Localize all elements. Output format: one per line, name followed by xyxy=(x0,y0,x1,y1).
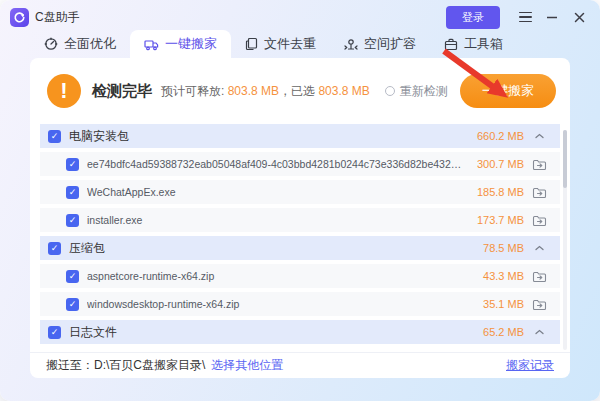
footer-bar: 搬迁至： D:\百贝C盘搬家目录\ 选择其他位置 搬家记录 xyxy=(30,352,570,378)
scrollbar-track[interactable] xyxy=(563,130,567,350)
scan-summary: ! 检测完毕 预计可释放: 803.8 MB，已选 803.8 MB 重新检测 … xyxy=(30,58,570,124)
minimize-icon[interactable] xyxy=(545,10,559,24)
choose-other-location-link[interactable]: 选择其他位置 xyxy=(211,357,283,374)
checkbox-checked[interactable]: ✓ xyxy=(66,186,79,199)
checkbox-checked[interactable]: ✓ xyxy=(66,214,79,227)
scrollbar-thumb[interactable] xyxy=(563,130,567,188)
tab-空间扩容[interactable]: 空间扩容 xyxy=(330,30,430,58)
move-folder-icon[interactable] xyxy=(524,214,554,227)
truck-icon xyxy=(144,38,159,51)
checkbox-checked[interactable]: ✓ xyxy=(66,270,79,283)
move-to-label: 搬迁至： xyxy=(46,357,94,374)
close-icon[interactable] xyxy=(572,10,586,24)
move-folder-icon[interactable] xyxy=(524,270,554,283)
gauge-icon xyxy=(44,37,58,51)
checkbox-checked[interactable]: ✓ xyxy=(48,130,61,143)
group-row[interactable]: ✓日志文件65.2 MB xyxy=(40,320,560,344)
group-row[interactable]: ✓电脑安装包660.2 MB xyxy=(40,124,560,148)
file-name: WeChatAppEx.exe xyxy=(87,186,464,198)
tab-label: 一键搬家 xyxy=(165,35,217,53)
tab-工具箱[interactable]: 工具箱 xyxy=(430,30,517,58)
exclamation-circle-icon: ! xyxy=(47,74,81,108)
file-name: windowsdesktop-runtime-x64.zip xyxy=(87,298,464,310)
rescan-control[interactable]: 重新检测 xyxy=(385,83,448,100)
tab-label: 工具箱 xyxy=(464,35,503,53)
file-row[interactable]: ✓WeChatAppEx.exe185.8 MB xyxy=(40,180,560,204)
checkbox-checked[interactable]: ✓ xyxy=(48,326,61,339)
chevron-up-icon[interactable] xyxy=(524,133,554,139)
titlebar: C盘助手 登录 xyxy=(0,0,600,30)
checkbox-checked[interactable]: ✓ xyxy=(66,158,79,171)
group-label: 电脑安装包 xyxy=(69,128,464,145)
dedupe-files-icon xyxy=(245,37,258,51)
releasable-label: 预计可释放: xyxy=(161,84,224,98)
tab-bar: 全面优化一键搬家文件去重空间扩容工具箱 xyxy=(0,30,600,58)
scan-status: 检测完毕 xyxy=(92,82,152,101)
file-row[interactable]: ✓aspnetcore-runtime-x64.zip43.3 MB xyxy=(40,264,560,288)
toolbox-icon xyxy=(444,38,458,51)
file-size: 185.8 MB xyxy=(464,186,524,198)
move-history-link[interactable]: 搬家记录 xyxy=(506,357,554,374)
checkbox-checked[interactable]: ✓ xyxy=(66,298,79,311)
tab-label: 全面优化 xyxy=(64,35,116,53)
releasable-value: 803.8 MB xyxy=(228,84,279,98)
move-to-path: D:\百贝C盘搬家目录\ xyxy=(94,357,205,374)
file-row[interactable]: ✓installer.exe173.7 MB xyxy=(40,208,560,232)
group-size: 660.2 MB xyxy=(464,130,524,142)
expand-space-icon xyxy=(344,38,358,51)
group-row[interactable]: ✓压缩包78.5 MB xyxy=(40,236,560,260)
group-size: 65.2 MB xyxy=(464,326,524,338)
file-row[interactable]: ✓windowsdesktop-runtime-x64.zip35.1 MB xyxy=(40,292,560,316)
app-logo-icon xyxy=(10,8,29,27)
app-window: C盘助手 登录 全面优化一键搬家文件去重空间扩容工具箱 ! 检测完毕 预计可释放… xyxy=(0,0,600,401)
login-button[interactable]: 登录 xyxy=(446,6,500,29)
group-label: 日志文件 xyxy=(69,324,464,341)
chevron-up-icon[interactable] xyxy=(524,245,554,251)
file-list: ✓电脑安装包660.2 MB✓ee74bdfc4ad59388732eab050… xyxy=(30,124,570,344)
tab-label: 文件去重 xyxy=(264,35,316,53)
file-size: 173.7 MB xyxy=(464,214,524,226)
file-size: 35.1 MB xyxy=(464,298,524,310)
app-title: C盘助手 xyxy=(35,9,80,26)
window-controls xyxy=(518,10,586,24)
hamburger-menu-icon[interactable] xyxy=(518,10,532,24)
rescan-radio-icon[interactable] xyxy=(385,86,395,96)
move-folder-icon[interactable] xyxy=(524,186,554,199)
file-row[interactable]: ✓ee74bdfc4ad59388732eab05048af409-4c03bb… xyxy=(40,152,560,176)
checkbox-checked[interactable]: ✓ xyxy=(48,242,61,255)
move-folder-icon[interactable] xyxy=(524,298,554,311)
chevron-up-icon[interactable] xyxy=(524,329,554,335)
file-name: installer.exe xyxy=(87,214,464,226)
rescan-label: 重新检测 xyxy=(400,83,448,100)
main-panel: ! 检测完毕 预计可释放: 803.8 MB，已选 803.8 MB 重新检测 … xyxy=(30,58,570,378)
file-name: ee74bdfc4ad59388732eab05048af409-4c03bbd… xyxy=(87,158,464,170)
file-size: 300.7 MB xyxy=(464,158,524,170)
group-size: 78.5 MB xyxy=(464,242,524,254)
tab-文件去重[interactable]: 文件去重 xyxy=(231,30,330,58)
file-size: 43.3 MB xyxy=(464,270,524,282)
selected-value: 803.8 MB xyxy=(318,84,369,98)
group-label: 压缩包 xyxy=(69,240,464,257)
file-name: aspnetcore-runtime-x64.zip xyxy=(87,270,464,282)
tab-label: 空间扩容 xyxy=(364,35,416,53)
scan-detail: 预计可释放: 803.8 MB，已选 803.8 MB xyxy=(161,83,370,100)
move-folder-icon[interactable] xyxy=(524,158,554,171)
tab-全面优化[interactable]: 全面优化 xyxy=(30,30,130,58)
tab-一键搬家[interactable]: 一键搬家 xyxy=(130,30,231,58)
selected-label: ，已选 xyxy=(279,84,315,98)
one-click-move-button[interactable]: 一键搬家 xyxy=(460,74,556,108)
